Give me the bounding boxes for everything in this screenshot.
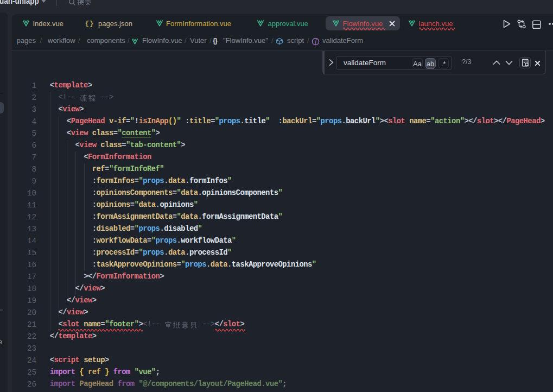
svg-text:f: f bbox=[315, 39, 317, 45]
